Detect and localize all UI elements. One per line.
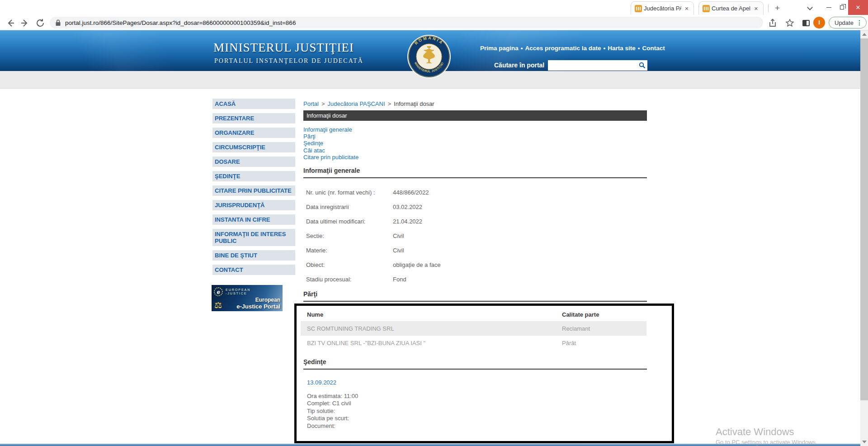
window-restore-button[interactable] xyxy=(835,0,848,15)
sidebar-item-informatii-interes-public[interactable]: INFORMAŢII DE INTERES PUBLIC xyxy=(212,229,295,246)
field-row: Obiect:obligație de a face xyxy=(306,261,441,268)
party-role: Pârât xyxy=(562,340,576,346)
field-label: Nr. unic (nr. format vechi) : xyxy=(306,189,393,196)
scales-of-justice-icon: ⚖ xyxy=(214,300,222,310)
field-row: Nr. unic (nr. format vechi) :448/866/202… xyxy=(306,189,441,196)
field-row: Stadiu procesual:Fond xyxy=(306,276,441,283)
quick-link-cai-atac[interactable]: Căi atac xyxy=(303,147,359,154)
page-scrollbar[interactable] xyxy=(860,30,868,446)
quick-link-sedinte[interactable]: Şedinţe xyxy=(303,140,359,147)
table-row: BZI TV ONLINE SRL -"BZI-BUNA ZIUA IASI "… xyxy=(301,336,646,350)
back-button[interactable] xyxy=(5,18,15,28)
sidebar-item-jurisprudenta[interactable]: JURISPRUDENŢĂ xyxy=(212,200,295,210)
sidebar-menu: ACASĂ PREZENTARE ORGANIZARE CIRCUMSCRIPŢ… xyxy=(212,99,295,279)
activate-windows-watermark: Activate Windows xyxy=(716,426,794,438)
new-tab-button[interactable]: + xyxy=(771,2,783,14)
sidebar-item-sedinte[interactable]: ŞEDINŢE xyxy=(212,171,295,181)
browser-tab-judecatoria[interactable]: Judecătoria PAŞC ✕ xyxy=(631,1,694,15)
reload-button[interactable] xyxy=(35,18,45,28)
hearing-details: Ora estimata: 11:00 Complet: C1 civil Ti… xyxy=(307,393,358,430)
bookmark-star-icon[interactable] xyxy=(785,18,795,28)
scrollbar-up-icon[interactable] xyxy=(862,33,867,36)
general-info-fields: Nr. unic (nr. format vechi) :448/866/202… xyxy=(306,189,441,290)
tab-title: Judecătoria PAŞC xyxy=(644,5,681,12)
field-label: Data inregistrarii xyxy=(306,204,393,210)
window-minimize-button[interactable] xyxy=(822,0,835,15)
sidebar-item-prezentare[interactable]: PREZENTARE xyxy=(212,113,295,123)
sidebar-item-circumscriptie[interactable]: CIRCUMSCRIPŢIE xyxy=(212,142,295,152)
parti-heading: Părţi xyxy=(303,290,647,302)
hearing-date-link[interactable]: 13.09.2022 xyxy=(307,379,336,386)
update-label: Update xyxy=(835,19,854,26)
share-icon[interactable] xyxy=(768,18,778,28)
quick-link-citare-prin-publicitate[interactable]: Citare prin publicitate xyxy=(303,154,359,161)
sidebar-item-instanta-in-cifre[interactable]: INSTANTA IN CIFRE xyxy=(212,214,295,225)
portal-search-button[interactable] xyxy=(637,60,647,71)
field-value: Civil xyxy=(393,232,404,239)
breadcrumb-separator: > xyxy=(388,100,392,107)
breadcrumb-judecatoria[interactable]: Judecătoria PAŞCANI xyxy=(328,100,385,107)
nav-link-prima-pagina[interactable]: Prima pagina xyxy=(480,45,519,52)
side-panel-icon[interactable] xyxy=(801,18,811,28)
nav-separator: • xyxy=(604,45,606,52)
ejustice-caption: European e-Justice Portal xyxy=(236,296,280,309)
field-row: Materie:Civil xyxy=(306,247,441,254)
hearing-detail-line: Complet: C1 civil xyxy=(307,400,358,407)
window-close-button[interactable]: ✕ xyxy=(848,0,868,15)
hearing-detail-line: Tip solutie: xyxy=(307,408,358,415)
field-row: Data ultimei modificari:21.04.2022 xyxy=(306,218,441,225)
tab-close-icon[interactable]: ✕ xyxy=(753,5,760,12)
breadcrumb-current: Informaţii dosar xyxy=(394,100,434,107)
sidebar-item-organizare[interactable]: ORGANIZARE xyxy=(212,128,295,138)
ministry-emblem: ROMANIA MINISTERUL JUSTIŢIEI xyxy=(407,34,451,79)
nav-link-harta-site[interactable]: Harta site xyxy=(608,45,636,52)
nav-link-contact[interactable]: Contact xyxy=(642,45,665,52)
sidebar-item-dosare[interactable]: DOSARE xyxy=(212,157,295,167)
chrome-update-button[interactable]: Update ⋮ xyxy=(829,17,867,28)
ejustice-logo-text: EUROPEAN -JUSTICE xyxy=(226,288,250,295)
sedinte-heading: Şedinţe xyxy=(303,358,647,370)
portal-favicon-icon xyxy=(703,5,710,12)
ejustice-banner[interactable]: e EUROPEAN -JUSTICE ⚖ European e-Justice… xyxy=(212,285,283,311)
lock-icon xyxy=(55,19,61,26)
section-title-bar: Informaţii dosar xyxy=(303,110,647,121)
site-subtitle: PORTALUL INSTANŢELOR DE JUDECATĂ xyxy=(214,57,363,65)
field-row: Sectie:Civil xyxy=(306,232,441,239)
field-value: Fond xyxy=(393,276,406,283)
field-value: 21.04.2022 xyxy=(393,218,422,225)
scrollbar-down-icon[interactable] xyxy=(862,441,867,443)
sidebar-item-contact[interactable]: CONTACT xyxy=(212,265,295,275)
browser-tab-curtea[interactable]: Curtea de Apel IA ✕ xyxy=(698,1,764,15)
portal-search-input[interactable] xyxy=(548,61,637,70)
tab-search-chevron-icon[interactable] xyxy=(807,5,812,10)
field-label: Sectie: xyxy=(306,232,393,239)
header-nav: Prima pagina•Acces programatic la date•H… xyxy=(480,45,648,52)
menu-dots-icon: ⋮ xyxy=(856,19,863,26)
party-name: SC ROMTUNING TRADING SRL xyxy=(307,325,394,332)
field-row: Data inregistrarii03.02.2022 xyxy=(306,204,441,210)
sidebar-item-bine-de-stiut[interactable]: BINE DE ŞTIUT xyxy=(212,250,295,261)
tab-close-icon[interactable]: ✕ xyxy=(683,5,690,12)
sidebar-item-citare[interactable]: CITARE PRIN PUBLICITATE xyxy=(212,185,295,196)
activate-windows-subtext: Go to PC settings to activate Windows. xyxy=(716,439,817,446)
field-value: 448/866/2022 xyxy=(393,189,429,196)
close-icon: ✕ xyxy=(856,4,861,11)
sidebar-item-acasa[interactable]: ACASĂ xyxy=(212,99,295,109)
table-header-nume: Nume xyxy=(307,311,323,318)
quick-link-informatii-generale[interactable]: Informaţii generale xyxy=(303,126,359,133)
nav-separator: • xyxy=(638,45,640,52)
nav-link-acces-programatic[interactable]: Acces programatic la date xyxy=(525,45,601,52)
profile-avatar[interactable]: I xyxy=(813,17,825,28)
forward-button[interactable] xyxy=(20,18,30,28)
url-text: portal.just.ro/866/SitePages/Dosar.aspx?… xyxy=(65,19,296,26)
quick-link-parti[interactable]: Părţi xyxy=(303,133,359,140)
scrollbar-thumb[interactable] xyxy=(860,38,868,400)
url-bar[interactable]: portal.just.ro/866/SitePages/Dosar.aspx?… xyxy=(50,17,763,28)
site-title: MINISTERUL JUSTIŢIEI xyxy=(213,41,354,55)
hearing-detail-line: Solutia pe scurt: xyxy=(307,415,358,422)
field-value: 03.02.2022 xyxy=(393,204,422,210)
breadcrumb: Portal>Judecătoria PAŞCANI>Informaţii do… xyxy=(303,100,434,107)
breadcrumb-portal[interactable]: Portal xyxy=(303,100,319,107)
browser-titlebar: Judecătoria PAŞC ✕ Curtea de Apel IA ✕ +… xyxy=(0,0,868,15)
minimize-icon xyxy=(826,7,831,8)
